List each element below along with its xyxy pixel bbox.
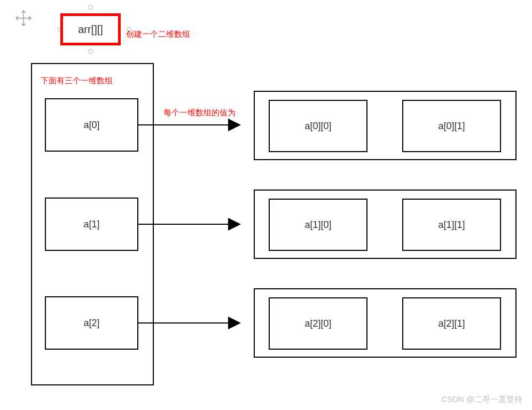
header-title: arr[][] [78,23,103,36]
move-cursor-icon [14,9,33,28]
right-cell-2-0-label: a[2][0] [304,318,331,329]
right-cell-1-1-label: a[1][1] [438,219,465,231]
right-row-0: a[0][0] a[0][1] [254,91,517,160]
right-cell-1-0-label: a[1][0] [304,219,331,231]
left-cell-2-label: a[2] [83,318,99,329]
left-cell-2: a[2] [45,296,138,350]
right-cell-2-1-label: a[2][1] [438,318,465,329]
right-row-2: a[2][0] a[2][1] [254,288,517,358]
left-cell-1-label: a[1] [83,219,99,230]
right-cell-0-0: a[0][0] [269,100,367,152]
arrow-2 [138,314,251,336]
left-cell-0-label: a[0] [83,120,99,131]
right-cell-1-1: a[1][1] [402,199,501,251]
outer-annotation: 下面有三个一维数组 [41,76,113,86]
right-row-1: a[1][0] a[1][1] [254,190,517,259]
right-cell-0-1-label: a[0][1] [438,121,465,132]
right-cell-0-1: a[0][1] [402,100,501,152]
left-cell-0: a[0] [45,98,138,152]
right-cell-1-0: a[1][0] [269,199,367,251]
right-cell-2-1: a[2][1] [402,297,501,350]
header-annotation: 创建一个二维数组 [126,29,190,40]
right-cell-0-0-label: a[0][0] [304,121,331,132]
right-cell-2-0: a[2][0] [269,297,367,350]
header-title-box: arr[][] [60,13,121,45]
arrow-0 [138,116,251,138]
watermark: CSDN @二哥一直坚持 [441,395,522,405]
header-box-wrapper: arr[][] [60,13,121,45]
arrow-1 [138,216,251,237]
left-cell-1: a[1] [45,198,138,251]
